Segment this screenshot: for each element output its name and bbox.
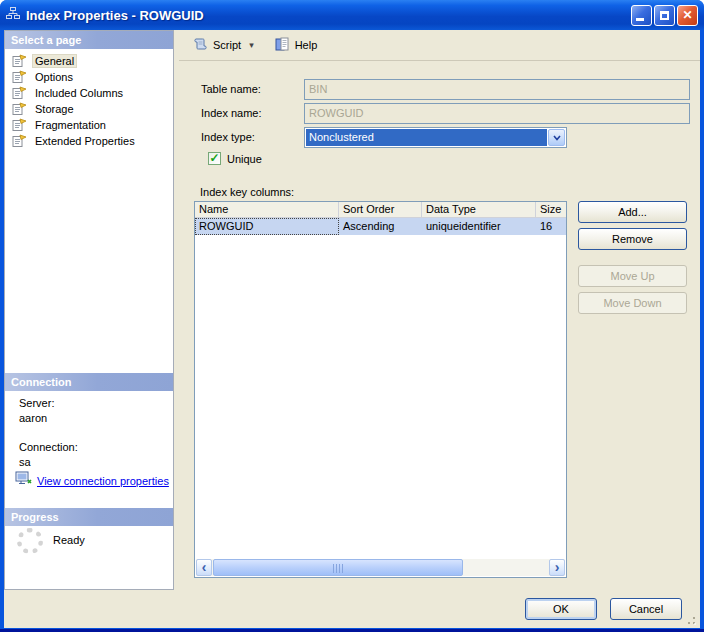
move-up-button: Move Up — [578, 265, 687, 287]
window-title: Index Properties - ROWGUID — [26, 8, 204, 23]
cell-sort-order: Ascending — [339, 218, 422, 235]
close-icon: ✕ — [682, 8, 692, 22]
sidebar-item-label: Options — [32, 70, 76, 84]
progress-header: Progress — [5, 508, 173, 526]
script-scroll-icon — [192, 36, 208, 54]
index-type-selected-value: Nonclustered — [306, 129, 547, 146]
page-icon — [12, 54, 27, 69]
page-icon — [12, 86, 27, 101]
table-row[interactable]: ROWGUID Ascending uniqueidentifier 16 — [195, 218, 566, 235]
progress-status: Ready — [53, 534, 85, 546]
cell-name: ROWGUID — [195, 218, 339, 235]
column-header-sort-order: Sort Order — [339, 202, 422, 217]
view-connection-properties-link[interactable]: View connection properties — [15, 471, 169, 491]
connection-label: Connection: — [19, 441, 78, 453]
maximize-icon — [660, 11, 669, 20]
main-panel: Script ▾ Help Table name: BIN Ind — [179, 30, 700, 590]
sidebar-item-extended-properties[interactable]: Extended Properties — [5, 133, 173, 149]
chevron-down-icon — [553, 135, 561, 141]
cancel-button[interactable]: Cancel — [610, 598, 682, 620]
minimize-button[interactable] — [631, 5, 652, 26]
connection-header: Connection — [5, 373, 173, 391]
help-book-icon — [274, 36, 290, 54]
cell-data-type: uniqueidentifier — [422, 218, 536, 235]
ok-button[interactable]: OK — [525, 598, 597, 620]
link-label: View connection properties — [37, 475, 169, 487]
scroll-left-arrow[interactable]: ‹ — [196, 559, 212, 576]
page-icon — [12, 118, 27, 133]
sidebar-item-label: Fragmentation — [32, 118, 109, 132]
index-type-label: Index type: — [201, 131, 255, 143]
chevron-down-icon: ▾ — [249, 40, 254, 50]
index-key-columns-label: Index key columns: — [200, 186, 294, 198]
column-header-size: Size — [536, 202, 566, 217]
script-button[interactable]: Script ▾ — [192, 36, 254, 54]
add-button[interactable]: Add... — [578, 201, 687, 223]
move-down-button: Move Down — [578, 292, 687, 314]
select-a-page-header: Select a page — [5, 31, 173, 49]
combo-dropdown-button[interactable] — [548, 129, 565, 146]
column-header-data-type: Data Type — [422, 202, 536, 217]
index-key-columns-grid: Name Sort Order Data Type Size ROWGUID A… — [194, 201, 567, 578]
horizontal-scrollbar[interactable]: ‹ › — [196, 559, 565, 576]
remove-button[interactable]: Remove — [578, 228, 687, 250]
sidebar-item-included-columns[interactable]: Included Columns — [5, 85, 173, 101]
sidebar-item-storage[interactable]: Storage — [5, 101, 173, 117]
titlebar: Index Properties - ROWGUID ✕ — [0, 0, 704, 30]
resize-grip[interactable] — [684, 612, 697, 625]
server-value: aaron — [19, 412, 47, 424]
scrollbar-thumb[interactable] — [213, 559, 463, 576]
unique-label: Unique — [227, 153, 262, 165]
index-name-label: Index name: — [201, 107, 262, 119]
index-type-select[interactable]: Nonclustered — [304, 127, 567, 148]
check-icon: ✓ — [209, 153, 219, 164]
sidebar-item-fragmentation[interactable]: Fragmentation — [5, 117, 173, 133]
sidebar-item-label: General — [32, 54, 77, 68]
page-icon — [12, 134, 27, 149]
page-icon — [12, 70, 27, 85]
scrollbar-grip-icon — [333, 564, 343, 573]
computer-icon — [15, 471, 33, 491]
sidebar-item-options[interactable]: Options — [5, 69, 173, 85]
table-name-field: BIN — [304, 79, 690, 100]
help-button[interactable]: Help — [274, 36, 318, 54]
sidebar-item-general[interactable]: General — [5, 53, 173, 69]
toolbar: Script ▾ Help — [179, 30, 700, 61]
table-name-label: Table name: — [201, 83, 261, 95]
column-header-name: Name — [195, 202, 339, 217]
index-properties-dialog: Index Properties - ROWGUID ✕ Select a pa… — [0, 0, 704, 632]
dialog-content: Select a page General Options Included C… — [4, 30, 700, 628]
page-list: General Options Included Columns Storage… — [5, 53, 173, 149]
help-label: Help — [295, 39, 318, 51]
cell-size: 16 — [536, 218, 566, 235]
grid-header: Name Sort Order Data Type Size — [195, 202, 566, 218]
index-name-field: ROWGUID — [304, 103, 690, 124]
sidebar-item-label: Extended Properties — [32, 134, 138, 148]
sidebar: Select a page General Options Included C… — [4, 30, 174, 590]
unique-checkbox[interactable]: ✓ — [208, 152, 221, 165]
sidebar-item-label: Storage — [32, 102, 77, 116]
maximize-button[interactable] — [654, 5, 675, 26]
script-label: Script — [213, 39, 241, 51]
minimize-icon — [636, 18, 644, 21]
page-icon — [12, 102, 27, 117]
close-button[interactable]: ✕ — [677, 5, 698, 26]
server-label: Server: — [19, 397, 54, 409]
org-chart-icon — [6, 6, 20, 24]
connection-value: sa — [19, 456, 31, 468]
scroll-right-arrow[interactable]: › — [549, 559, 565, 576]
sidebar-item-label: Included Columns — [32, 86, 126, 100]
progress-spinner-icon — [17, 528, 43, 554]
